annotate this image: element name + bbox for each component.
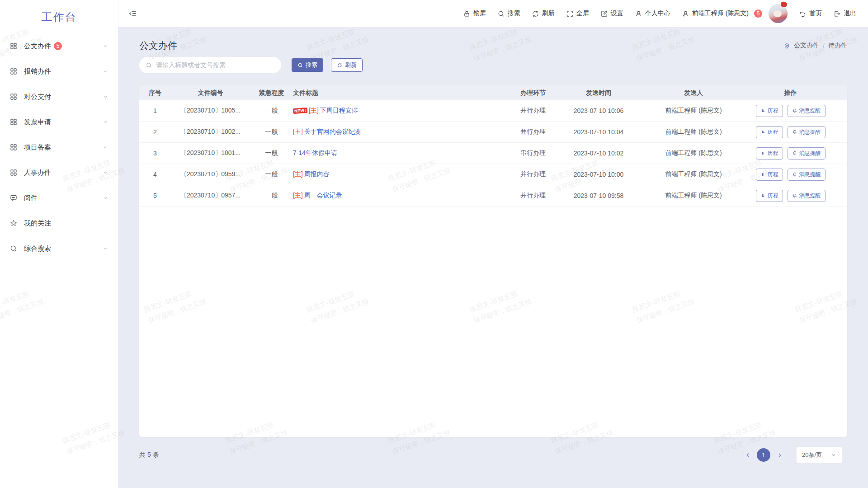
doc-title-link[interactable]: 周一会议记录 [304, 192, 342, 200]
doc-title-link[interactable]: 关于官网的会议纪要 [304, 128, 361, 136]
col-header-doc-no: 文件编号 [171, 89, 250, 97]
sidebar-item-label: 公文办件 [24, 42, 51, 51]
cell-time: 2023-07-10 10:04 [560, 128, 637, 136]
sidebar-item-reimbursement[interactable]: 报销办件 [0, 59, 118, 84]
cell-urgency: 一般 [250, 128, 293, 136]
cell-seq: 4 [139, 171, 171, 178]
search-icon [146, 62, 152, 69]
notify-button[interactable]: 消息提醒 [788, 147, 826, 160]
header-refresh-button[interactable]: 刷新 [532, 9, 555, 18]
sidebar-item-corporate-payment[interactable]: 对公支付 [0, 84, 118, 109]
doc-tag: [主] [293, 192, 303, 200]
col-header-seq: 序号 [139, 89, 171, 97]
bell-icon [792, 193, 797, 198]
history-icon [760, 129, 766, 135]
collapse-sidebar-icon[interactable] [128, 9, 137, 18]
user-avatar[interactable] [769, 4, 788, 23]
grid-icon [9, 42, 18, 50]
lock-icon [463, 10, 471, 18]
notify-button[interactable]: 消息提醒 [788, 105, 826, 117]
breadcrumb-section[interactable]: 公文办件 [794, 42, 819, 50]
logout-button[interactable]: 退出 [833, 9, 856, 18]
table-row: 5 〔20230710〕0957... 一般 [主] 周一会议记录 并行办理 2… [139, 185, 847, 206]
search-box [139, 57, 281, 73]
cell-urgency: 一般 [250, 192, 293, 200]
sidebar-item-hr-affairs[interactable]: 人事办件 [0, 160, 118, 185]
settings-button[interactable]: 设置 [600, 9, 623, 18]
current-user[interactable]: 前端工程师 (陈思文) 5 [682, 9, 762, 18]
cell-doc-no: 〔20230710〕1005... [171, 107, 250, 115]
sidebar-item-invoice-request[interactable]: 发票申请 [0, 109, 118, 135]
personal-center-label: 个人中心 [645, 9, 670, 18]
search-input[interactable] [156, 61, 269, 69]
cell-seq: 2 [139, 128, 171, 136]
cell-urgency: 一般 [250, 170, 293, 178]
sidebar-badge: 5 [54, 42, 62, 50]
settings-icon [600, 10, 608, 18]
header-search-button[interactable]: 搜索 [497, 9, 520, 18]
search-icon [297, 62, 303, 68]
chevron-down-icon [831, 452, 836, 458]
notify-button[interactable]: 消息提醒 [788, 190, 826, 202]
page-size-select[interactable]: 20条/页 [797, 447, 842, 463]
star-icon [9, 219, 18, 227]
history-label: 历程 [768, 171, 778, 178]
current-user-name: 前端工程师 (陈思文) [692, 9, 749, 18]
chat-bubble-icon [9, 194, 18, 202]
history-icon [760, 193, 766, 198]
cell-seq: 3 [139, 150, 171, 157]
grid-icon [9, 67, 18, 75]
notify-button[interactable]: 消息提醒 [788, 126, 826, 138]
prev-page-button[interactable] [741, 449, 754, 461]
chevron-down-icon [103, 119, 108, 125]
notify-label: 消息提醒 [799, 192, 821, 200]
chevron-down-icon [103, 145, 108, 150]
location-pin-icon [783, 42, 790, 49]
cell-doc-no: 〔20230710〕1002... [171, 128, 250, 136]
page-number[interactable]: 1 [757, 448, 770, 462]
next-page-button[interactable] [773, 449, 786, 461]
app-title: 工作台 [0, 0, 118, 24]
doc-title-link[interactable]: 下周日程安排 [320, 107, 358, 115]
home-button[interactable]: 首页 [799, 9, 822, 18]
new-badge: NEW! [293, 108, 308, 114]
logout-label: 退出 [844, 9, 856, 18]
sidebar-item-official-docs[interactable]: 公文办件 5 [0, 33, 118, 59]
col-header-urgency: 紧急程度 [250, 89, 293, 97]
sidebar-item-label: 项目备案 [24, 143, 51, 152]
notify-button[interactable]: 消息提醒 [788, 169, 826, 181]
chevron-down-icon [103, 43, 108, 49]
cell-step: 并行办理 [506, 107, 560, 115]
history-button[interactable]: 历程 [756, 126, 783, 138]
table-row: 1 〔20230710〕1005... 一般 NEW! [主] 下周日程安排 并… [139, 100, 847, 122]
sidebar-item-global-search[interactable]: 综合搜索 [0, 236, 118, 261]
lock-screen-button[interactable]: 锁屏 [463, 9, 486, 18]
sidebar: 工作台 公文办件 5 报销办件 对公支付 发票申请 项目备案 [0, 0, 118, 488]
fullscreen-button[interactable]: 全屏 [566, 9, 589, 18]
table-row: 4 〔20230710〕0959... 一般 [主] 周报内容 并行办理 202… [139, 164, 847, 185]
history-icon [760, 172, 766, 177]
notify-label: 消息提醒 [799, 150, 821, 157]
history-button[interactable]: 历程 [756, 105, 783, 117]
top-bar: 锁屏 搜索 刷新 全屏 设置 个人中心 前端工程师 (陈思文) 5 首页 退出 [118, 0, 868, 27]
doc-tag: [主] [293, 170, 303, 178]
sidebar-item-my-follows[interactable]: 我的关注 [0, 211, 118, 236]
history-button[interactable]: 历程 [756, 190, 783, 202]
sidebar-item-label: 报销办件 [24, 67, 51, 76]
chevron-down-icon [103, 69, 108, 74]
history-button[interactable]: 历程 [756, 169, 783, 181]
refresh-button[interactable]: 刷新 [331, 58, 363, 72]
doc-title-link[interactable]: 周报内容 [304, 170, 330, 178]
doc-title-link[interactable]: 7-14年休假申请 [293, 149, 337, 157]
sidebar-item-reading[interactable]: 阅件 [0, 185, 118, 211]
sidebar-item-project-filing[interactable]: 项目备案 [0, 135, 118, 160]
grid-icon [9, 169, 18, 177]
table-row: 3 〔20230710〕1001... 一般 7-14年休假申请 串行办理 20… [139, 143, 847, 164]
col-header-time: 发送时间 [560, 89, 637, 97]
personal-center-button[interactable]: 个人中心 [635, 9, 670, 18]
history-button[interactable]: 历程 [756, 147, 783, 160]
search-button[interactable]: 搜索 [292, 58, 323, 72]
home-label: 首页 [809, 9, 822, 18]
chevron-down-icon [103, 170, 108, 175]
table-header-row: 序号 文件编号 紧急程度 文件标题 办理环节 发送时间 发送人 操作 [139, 85, 847, 100]
